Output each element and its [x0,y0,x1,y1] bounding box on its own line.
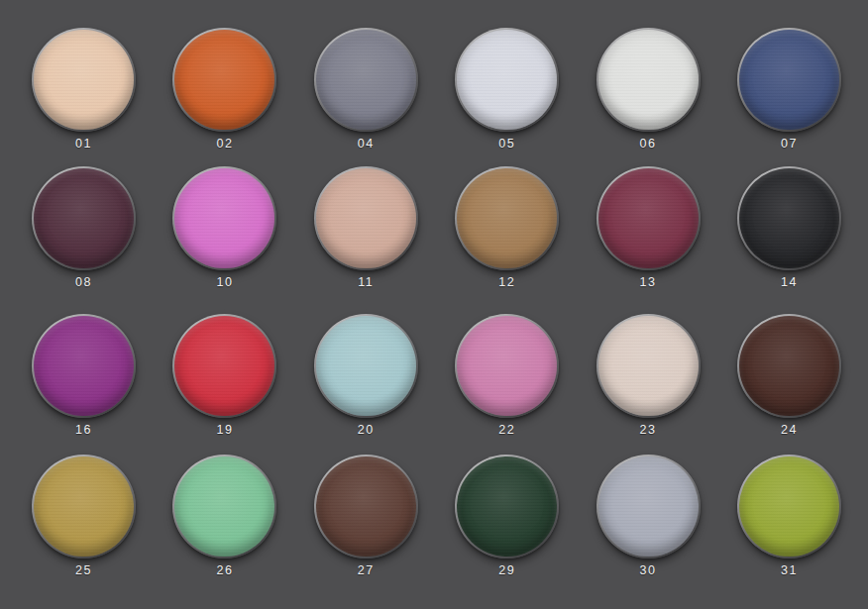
swatch-cell-01: 01 [32,28,136,151]
eyeshadow-powder [174,457,274,557]
swatch-number-label: 14 [781,276,798,289]
eyeshadow-powder [457,457,557,557]
swatch-cell-25: 25 [32,455,136,577]
swatch-cell-31: 31 [737,455,841,577]
eyeshadow-powder [34,457,134,557]
eyeshadow-pan-20[interactable] [314,314,418,418]
swatch-cell-29: 29 [455,455,559,577]
swatch-cell-06: 06 [597,28,701,151]
swatch-number-label: 27 [358,564,375,577]
swatch-number-label: 13 [640,276,657,289]
eyeshadow-palette: 01 02 04 05 06 07 08 [0,0,868,609]
swatch-cell-05: 05 [455,28,559,151]
eyeshadow-powder [174,168,274,268]
eyeshadow-powder [739,457,839,557]
swatch-number-label: 01 [75,138,92,151]
swatch-number-label: 12 [498,276,515,289]
swatch-cell-11: 11 [314,166,418,289]
eyeshadow-pan-02[interactable] [172,28,276,132]
eyeshadow-pan-25[interactable] [32,455,136,558]
eyeshadow-pan-23[interactable] [597,314,701,418]
swatch-number-label: 23 [640,424,657,437]
palette-row: 01 02 04 05 06 07 [32,28,841,151]
eyeshadow-powder [598,316,699,416]
swatch-number-label: 05 [498,138,515,151]
swatch-number-label: 08 [75,276,92,289]
swatch-number-label: 02 [216,138,233,151]
swatch-number-label: 04 [358,138,375,151]
eyeshadow-pan-13[interactable] [597,166,701,270]
swatch-cell-24: 24 [737,314,841,437]
eyeshadow-pan-14[interactable] [737,166,841,270]
eyeshadow-powder [174,316,274,416]
eyeshadow-pan-26[interactable] [172,455,276,558]
swatch-number-label: 19 [216,424,233,437]
eyeshadow-pan-24[interactable] [737,314,841,418]
eyeshadow-powder [598,457,699,557]
palette-row: 25 26 27 29 30 31 [32,455,841,577]
eyeshadow-powder [457,316,557,416]
eyeshadow-powder [457,30,557,130]
eyeshadow-powder [457,168,557,268]
swatch-number-label: 24 [781,424,798,437]
swatch-number-label: 11 [358,276,374,289]
eyeshadow-pan-08[interactable] [32,166,136,270]
eyeshadow-powder [316,316,416,416]
palette-row: 08 10 11 12 13 14 [32,166,841,289]
swatch-number-label: 31 [781,564,798,577]
swatch-cell-02: 02 [172,28,276,151]
swatch-number-label: 06 [640,138,657,151]
swatch-cell-07: 07 [737,28,841,151]
eyeshadow-powder [34,30,134,130]
swatch-cell-04: 04 [314,28,418,151]
swatch-number-label: 20 [358,424,375,437]
eyeshadow-pan-06[interactable] [597,28,701,132]
swatch-number-label: 16 [75,424,92,437]
eyeshadow-pan-01[interactable] [32,28,136,132]
eyeshadow-pan-11[interactable] [314,166,418,270]
eyeshadow-powder [34,168,134,268]
swatch-cell-19: 19 [172,314,276,437]
eyeshadow-powder [316,457,416,557]
eyeshadow-pan-27[interactable] [314,455,418,558]
eyeshadow-powder [316,30,416,130]
swatch-cell-30: 30 [597,455,701,577]
eyeshadow-pan-05[interactable] [455,28,559,132]
swatch-cell-12: 12 [455,166,559,289]
eyeshadow-pan-16[interactable] [32,314,136,418]
palette-row: 16 19 20 22 23 24 [32,314,841,437]
eyeshadow-powder [174,30,274,130]
eyeshadow-pan-22[interactable] [455,314,559,418]
swatch-cell-10: 10 [172,166,276,289]
eyeshadow-pan-31[interactable] [737,455,841,558]
swatch-cell-26: 26 [172,455,276,577]
eyeshadow-powder [739,316,839,416]
eyeshadow-pan-30[interactable] [597,455,701,558]
swatch-cell-08: 08 [32,166,136,289]
eyeshadow-pan-07[interactable] [737,28,841,132]
swatch-cell-23: 23 [597,314,701,437]
swatch-cell-22: 22 [455,314,559,437]
eyeshadow-powder [34,316,134,416]
swatch-cell-16: 16 [32,314,136,437]
swatch-number-label: 22 [498,424,515,437]
swatch-cell-20: 20 [314,314,418,437]
swatch-number-label: 07 [781,138,798,151]
eyeshadow-pan-19[interactable] [172,314,276,418]
swatch-number-label: 29 [498,564,515,577]
eyeshadow-powder [316,168,416,268]
eyeshadow-powder [739,168,839,268]
swatch-number-label: 25 [75,564,92,577]
eyeshadow-pan-29[interactable] [455,455,559,558]
eyeshadow-powder [598,168,699,268]
eyeshadow-pan-10[interactable] [172,166,276,270]
swatch-number-label: 10 [216,276,233,289]
swatch-number-label: 26 [216,564,233,577]
eyeshadow-powder [739,30,839,130]
swatch-cell-13: 13 [597,166,701,289]
eyeshadow-pan-04[interactable] [314,28,418,132]
swatch-cell-27: 27 [314,455,418,577]
eyeshadow-pan-12[interactable] [455,166,559,270]
swatch-number-label: 30 [640,564,657,577]
eyeshadow-powder [598,30,699,130]
